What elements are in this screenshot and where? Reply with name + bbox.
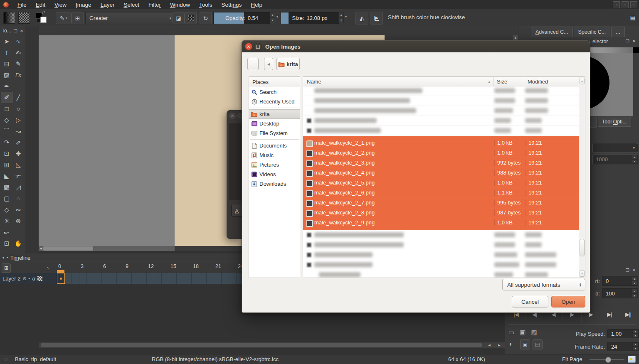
menu-edit[interactable]: Edit [31, 0, 50, 9]
file-row[interactable]: male_walkcycle_2_5.png1,0 kB19:21 [303, 178, 579, 188]
place-item-desktop[interactable]: Desktop [249, 119, 300, 128]
menu-file[interactable]: File [13, 0, 31, 9]
alpha-icon[interactable]: α [32, 275, 35, 282]
lock-icon[interactable]: ▪ [29, 276, 30, 281]
frame-number[interactable]: 3 [81, 263, 84, 269]
tool-crop[interactable]: ⊡ [1, 148, 12, 159]
close-icon[interactable]: ✕ [229, 113, 236, 119]
spin-up-icon[interactable]: ▲ [632, 155, 638, 160]
spin-up-icon[interactable]: ▲ [632, 276, 638, 281]
current-frame-marker[interactable] [57, 270, 64, 273]
spin-down-icon[interactable]: ▼ [632, 281, 638, 285]
eraser-mode-button[interactable]: ◪ [173, 12, 185, 24]
float-icon[interactable]: ❐ [626, 268, 629, 273]
type-location-button[interactable] [247, 58, 259, 70]
scroll-right-icon[interactable]: ▶ [496, 342, 503, 348]
place-item-downloads[interactable]: Downloads [249, 179, 300, 189]
menu-tools[interactable]: Tools [195, 0, 217, 9]
file-row-blurred[interactable] [303, 230, 579, 240]
choose-brush-button[interactable]: ⊞ [72, 12, 84, 24]
background-window-button[interactable]: A [231, 205, 242, 216]
spin-up-icon[interactable]: ▲ [338, 12, 344, 18]
file-row-blurred[interactable] [303, 86, 579, 96]
tool-polygon[interactable]: ◇ [1, 114, 12, 125]
size-dropdown-icon[interactable]: ▾ [345, 15, 347, 19]
collapse-icon[interactable]: ▾ [2, 256, 4, 260]
background-color[interactable] [40, 17, 47, 23]
spin-down-icon[interactable]: ▼ [632, 347, 639, 351]
opacity-slider[interactable]: Opacity: 0.54 [213, 12, 270, 24]
close-icon[interactable]: ✕ [632, 268, 636, 273]
tab-specific-color[interactable]: Specific C... [574, 27, 611, 37]
menu-help[interactable]: Help [246, 0, 267, 9]
frame-number[interactable]: 0 [58, 263, 61, 269]
opacity-dropdown-icon[interactable]: ▾ [276, 15, 278, 19]
file-row-blurred[interactable] [303, 116, 579, 126]
onion-skin-icon[interactable]: ◖ [508, 340, 512, 347]
place-item-krita[interactable]: krita [249, 109, 300, 119]
window-button-1[interactable]: ▫ [613, 1, 620, 8]
float-icon[interactable]: ❐ [14, 29, 17, 33]
menu-view[interactable]: View [50, 0, 71, 9]
tool-fill[interactable]: ◣ [1, 170, 12, 182]
brush-preset-button[interactable]: ✎ ▾ [56, 12, 72, 24]
menu-image[interactable]: Image [71, 0, 96, 9]
tool-select-similar[interactable]: ⊛ [12, 215, 24, 226]
menu-layer[interactable]: Layer [96, 0, 119, 9]
menu-settings[interactable]: Settings [217, 0, 247, 9]
tool-measure[interactable]: ◺ [12, 159, 24, 170]
file-row[interactable]: male_walkcycle_2_1.png1,0 kB19:21 [303, 138, 579, 148]
place-item-music[interactable]: Music [249, 150, 300, 160]
canvas-scrollbar-horizontal-inner[interactable]: ◀ [39, 246, 175, 251]
frame-number[interactable]: 24 [238, 263, 242, 269]
tool-select-shapes[interactable]: ➤ [1, 36, 12, 47]
tab-tool-options[interactable]: Tool Opti... [598, 117, 631, 127]
pattern-swatch[interactable] [18, 12, 30, 24]
tool-line[interactable]: ╱ [12, 92, 24, 103]
tool-calligraphy[interactable]: ✍ [12, 47, 24, 58]
place-item-videos[interactable]: Videos [249, 170, 300, 179]
canvas-background[interactable] [39, 35, 175, 246]
place-item-documents[interactable]: Documents [249, 141, 300, 150]
files-scrollbar[interactable]: ▲ ▾ [579, 77, 585, 278]
tool-move[interactable]: ✥ [12, 148, 24, 159]
opacity-spinner[interactable]: ▲ ▼ [270, 12, 275, 23]
tool-options-dropdown[interactable]: ▾ [592, 143, 638, 153]
scroll-left-icon[interactable]: ◀ [39, 247, 43, 250]
file-row[interactable]: male_walkcycle_2_9.png1,0 kB19:21 [303, 218, 579, 228]
frame-number[interactable]: 9 [126, 263, 128, 269]
mirror-horizontal-button[interactable]: ◭ [355, 12, 368, 25]
spin-up-icon[interactable]: ▲ [632, 342, 639, 347]
end-frame-spinbox[interactable]: 100 ▲ ▼ [602, 288, 638, 298]
file-row-blurred[interactable] [303, 260, 579, 270]
spin-up-icon[interactable]: ▲ [632, 289, 638, 293]
tool-select-bezier[interactable]: ↜ [1, 226, 12, 238]
size-slider[interactable]: Size: 12.08 px [281, 12, 339, 24]
frame-rate-spinbox[interactable]: 24 ▲ ▼ [607, 342, 639, 351]
tool-pencil[interactable]: ✎ [12, 58, 24, 69]
size-spinner[interactable]: ▲ ▼ [338, 12, 344, 23]
tool-rectangle[interactable]: □ [1, 103, 12, 114]
scroll-thumb[interactable] [43, 246, 93, 251]
add-keyframe-button[interactable]: ⊞ [2, 263, 11, 273]
frame-number[interactable]: 21 [215, 263, 221, 269]
start-frame-spinbox[interactable]: 0 ▲ ▼ [602, 276, 638, 286]
tool-polyline[interactable]: ▷ [12, 114, 24, 125]
frame-number[interactable]: 15 [170, 263, 176, 269]
frame-number[interactable]: 6 [103, 263, 106, 269]
tool-gradient-edit[interactable]: ⊟ [1, 58, 12, 69]
scroll-up-icon[interactable]: ▲ [580, 78, 585, 84]
blending-mode-combo[interactable]: Greater ▾ [85, 12, 175, 24]
maximize-icon[interactable] [254, 43, 262, 50]
timeline-ruler[interactable]: ⊞ ↔ 03691215182124 [0, 262, 242, 273]
file-row-blurred[interactable] [303, 270, 579, 278]
window-button-3[interactable]: ▫ [630, 1, 637, 8]
menu-filter[interactable]: Filter [144, 0, 165, 9]
close-icon[interactable]: ✕ [245, 43, 252, 50]
play-speed-spinbox[interactable]: 1,00 ▲ ▼ [607, 329, 639, 338]
file-row[interactable]: male_walkcycle_2_7.png995 bytes19:21 [303, 198, 579, 208]
place-item-pictures[interactable]: Pictures [249, 160, 300, 170]
swap-colors-icon[interactable]: ⇄ [42, 10, 45, 15]
canvas-scrollbar-horizontal[interactable]: ◀ ▶ [39, 342, 518, 348]
tool-fill-pen[interactable]: ✒ [1, 81, 12, 92]
